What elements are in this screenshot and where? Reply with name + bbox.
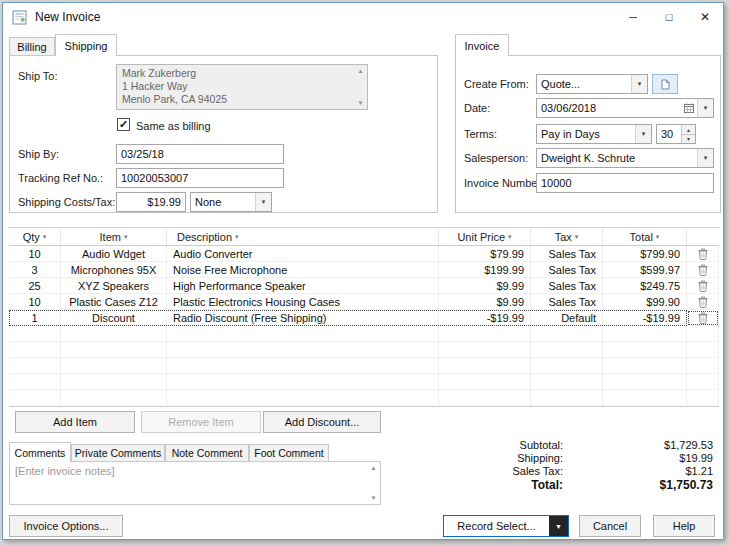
sales-tax-label: Sales Tax: [473,465,563,478]
salesperson-select[interactable]: Dweight K. Schrute ▾ [536,148,714,168]
header-total[interactable]: Total▾ [603,228,687,245]
delete-row-button[interactable] [687,278,719,294]
comments-scrollbar[interactable]: ▲ ▼ [367,462,380,504]
document-icon [661,79,670,90]
new-invoice-window: New Invoice ─ □ ✕ Billing Shipping Ship … [2,2,724,540]
date-field[interactable]: 03/06/2018 ▾ [536,98,714,118]
table-empty-row [9,374,719,390]
cell-unit-price: $79.99 [439,246,531,262]
window-title: New Invoice [35,10,100,24]
invoice-number-input[interactable] [536,173,714,193]
date-value: 03/06/2018 [537,99,681,117]
spin-up-icon[interactable]: ▴ [682,125,695,134]
salesperson-value: Dweight K. Schrute [537,149,697,167]
trash-icon [698,264,708,276]
scroll-up-icon[interactable]: ▲ [358,68,364,74]
chevron-down-icon[interactable]: ▾ [697,149,713,167]
tab-foot-comment[interactable]: Foot Comment [249,444,329,461]
cell-unit-price: -$19.99 [439,310,531,326]
cell-tax: Sales Tax [531,294,603,310]
add-item-button[interactable]: Add Item [15,411,135,433]
add-discount-button[interactable]: Add Discount... [263,411,381,433]
delete-row-button[interactable] [687,262,719,278]
tracking-ref-input[interactable] [116,168,284,188]
terms-days-spinner[interactable]: 30 ▴ ▾ [656,124,696,144]
minimize-button[interactable]: ─ [615,3,651,31]
cell-description: Plastic Electronics Housing Cases [167,294,439,310]
cell-total: -$19.99 [603,310,687,326]
tab-comments[interactable]: Comments [9,442,71,462]
cell-qty: 25 [9,278,61,294]
remove-item-button[interactable]: Remove Item [141,411,261,433]
header-qty[interactable]: Qty▾ [9,228,61,245]
table-row[interactable]: 25 XYZ Speakers High Performance Speaker… [9,278,719,294]
scroll-down-icon[interactable]: ▼ [358,100,364,106]
header-unit-price[interactable]: Unit Price▾ [439,228,531,245]
subtotal-value: $1,729.53 [563,439,713,452]
cell-description: Radio Discount (Free Shipping) [167,310,439,326]
line-items-table: Qty▾ Item▾ Description▾ Unit Price▾ Tax▾… [9,227,719,407]
table-empty-row [9,358,719,374]
header-tax[interactable]: Tax▾ [531,228,603,245]
scroll-down-icon[interactable]: ▼ [371,495,377,501]
table-row[interactable]: 10 Plastic Cases Z12 Plastic Electronics… [9,294,719,310]
delete-row-button[interactable] [687,294,719,310]
ship-to-address-box[interactable]: Mark Zukerberg 1 Hacker Way Menlo Park, … [116,64,368,110]
cancel-button[interactable]: Cancel [579,515,641,537]
delete-row-button[interactable] [687,246,719,262]
chevron-down-icon[interactable]: ▾ [697,99,713,117]
chevron-down-icon[interactable]: ▾ [631,75,647,93]
spin-down-icon[interactable]: ▾ [682,134,695,144]
tab-shipping[interactable]: Shipping [55,34,117,56]
title-bar[interactable]: New Invoice ─ □ ✕ [3,3,723,31]
tab-billing[interactable]: Billing [9,37,55,55]
close-button[interactable]: ✕ [687,3,723,31]
table-empty-row [9,390,719,406]
calendar-icon[interactable] [681,99,697,117]
trash-icon [698,296,708,308]
shipping-costs-input[interactable] [116,192,186,212]
maximize-button[interactable]: □ [651,3,687,31]
cell-qty: 10 [9,246,61,262]
tab-invoice[interactable]: Invoice [455,34,509,56]
cell-description: High Performance Speaker [167,278,439,294]
record-select-label[interactable]: Record Select... [444,516,549,536]
scroll-up-icon[interactable]: ▲ [371,465,377,471]
shipping-row: Shipping: $19.99 [473,452,713,465]
table-row[interactable]: 3 Microphones 95X Noise Free Microphone … [9,262,719,278]
tab-private-comments[interactable]: Private Comments [71,444,165,461]
invoice-notes-input[interactable] [10,462,366,504]
invoice-panel: Create From: Quote... ▾ Date: 03/06/2018… [455,55,721,213]
cell-unit-price: $9.99 [439,278,531,294]
invoice-options-button[interactable]: Invoice Options... [9,515,123,537]
record-select-button[interactable]: Record Select... ▼ [443,515,569,537]
invoice-app-icon [12,10,27,25]
sort-chevron-icon: ▾ [575,233,579,241]
delete-row-button[interactable] [687,310,719,326]
cell-item: Audio Wdget [61,246,167,262]
table-row-selected[interactable]: 1 Discount Radio Discount (Free Shipping… [9,310,719,326]
chevron-down-icon[interactable]: ▾ [255,193,271,211]
ship-by-input[interactable] [116,144,284,164]
sort-chevron-icon: ▾ [656,233,660,241]
address-scrollbar[interactable]: ▲ ▼ [354,65,367,109]
header-item[interactable]: Item▾ [61,228,167,245]
tab-note-comment[interactable]: Note Comment [165,444,249,461]
shipping-panel: Ship To: Mark Zukerberg 1 Hacker Way Men… [9,55,438,213]
create-from-select[interactable]: Quote... ▾ [536,74,648,94]
same-as-billing-checkbox[interactable]: ✓ [117,118,130,131]
shipping-tax-select[interactable]: None ▾ [190,192,272,212]
cell-description: Noise Free Microphone [167,262,439,278]
table-row[interactable]: 10 Audio Wdget Audio Converter $79.99 Sa… [9,246,719,262]
table-header: Qty▾ Item▾ Description▾ Unit Price▾ Tax▾… [9,228,719,246]
same-as-billing-label: Same as billing [136,120,211,132]
help-button[interactable]: Help [653,515,715,537]
create-from-open-button[interactable] [652,74,678,94]
chevron-down-icon[interactable]: ▾ [635,125,651,143]
header-description[interactable]: Description▾ [167,228,439,245]
subtotal-label: Subtotal: [473,439,563,452]
terms-select[interactable]: Pay in Days ▾ [536,124,652,144]
ship-to-label: Ship To: [18,70,58,82]
cell-description: Audio Converter [167,246,439,262]
record-select-dropdown-icon[interactable]: ▼ [549,516,568,536]
